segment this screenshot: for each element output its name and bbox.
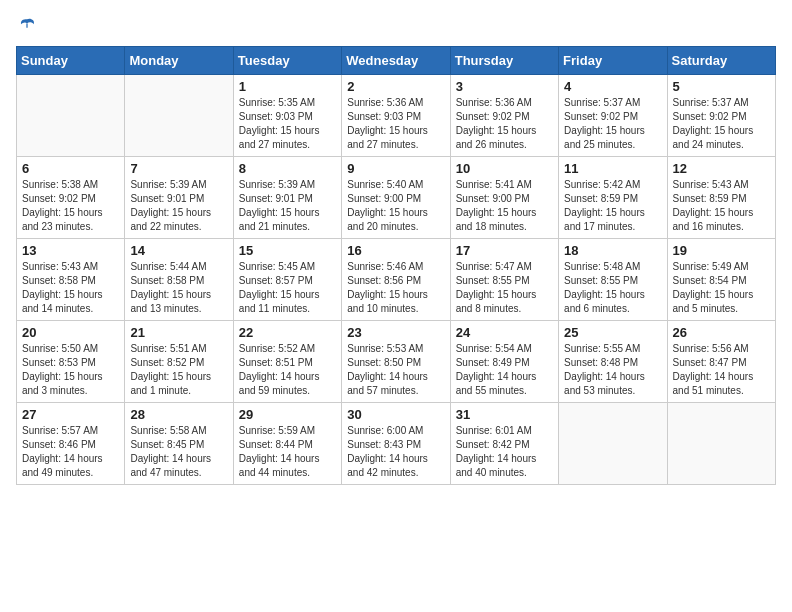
calendar-cell: 9Sunrise: 5:40 AMSunset: 9:00 PMDaylight…	[342, 157, 450, 239]
calendar-cell	[17, 75, 125, 157]
day-number: 7	[130, 161, 227, 176]
day-info: Sunrise: 5:37 AMSunset: 9:02 PMDaylight:…	[564, 96, 661, 152]
day-number: 29	[239, 407, 336, 422]
day-info: Sunrise: 5:37 AMSunset: 9:02 PMDaylight:…	[673, 96, 770, 152]
calendar-cell: 15Sunrise: 5:45 AMSunset: 8:57 PMDayligh…	[233, 239, 341, 321]
calendar-cell: 7Sunrise: 5:39 AMSunset: 9:01 PMDaylight…	[125, 157, 233, 239]
calendar-cell: 13Sunrise: 5:43 AMSunset: 8:58 PMDayligh…	[17, 239, 125, 321]
day-number: 21	[130, 325, 227, 340]
day-number: 4	[564, 79, 661, 94]
day-info: Sunrise: 5:36 AMSunset: 9:03 PMDaylight:…	[347, 96, 444, 152]
calendar-cell: 25Sunrise: 5:55 AMSunset: 8:48 PMDayligh…	[559, 321, 667, 403]
weekday-header-row: SundayMondayTuesdayWednesdayThursdayFrid…	[17, 47, 776, 75]
day-info: Sunrise: 6:00 AMSunset: 8:43 PMDaylight:…	[347, 424, 444, 480]
day-info: Sunrise: 5:38 AMSunset: 9:02 PMDaylight:…	[22, 178, 119, 234]
calendar-cell	[125, 75, 233, 157]
calendar-cell: 27Sunrise: 5:57 AMSunset: 8:46 PMDayligh…	[17, 403, 125, 485]
day-info: Sunrise: 5:54 AMSunset: 8:49 PMDaylight:…	[456, 342, 553, 398]
calendar-cell: 5Sunrise: 5:37 AMSunset: 9:02 PMDaylight…	[667, 75, 775, 157]
calendar-cell: 2Sunrise: 5:36 AMSunset: 9:03 PMDaylight…	[342, 75, 450, 157]
day-info: Sunrise: 5:58 AMSunset: 8:45 PMDaylight:…	[130, 424, 227, 480]
day-number: 28	[130, 407, 227, 422]
day-number: 20	[22, 325, 119, 340]
week-row-4: 20Sunrise: 5:50 AMSunset: 8:53 PMDayligh…	[17, 321, 776, 403]
weekday-header-thursday: Thursday	[450, 47, 558, 75]
calendar-cell: 16Sunrise: 5:46 AMSunset: 8:56 PMDayligh…	[342, 239, 450, 321]
day-number: 8	[239, 161, 336, 176]
day-info: Sunrise: 5:49 AMSunset: 8:54 PMDaylight:…	[673, 260, 770, 316]
week-row-3: 13Sunrise: 5:43 AMSunset: 8:58 PMDayligh…	[17, 239, 776, 321]
calendar-cell: 19Sunrise: 5:49 AMSunset: 8:54 PMDayligh…	[667, 239, 775, 321]
calendar-cell: 26Sunrise: 5:56 AMSunset: 8:47 PMDayligh…	[667, 321, 775, 403]
calendar-cell: 4Sunrise: 5:37 AMSunset: 9:02 PMDaylight…	[559, 75, 667, 157]
day-info: Sunrise: 5:51 AMSunset: 8:52 PMDaylight:…	[130, 342, 227, 398]
day-info: Sunrise: 5:42 AMSunset: 8:59 PMDaylight:…	[564, 178, 661, 234]
weekday-header-saturday: Saturday	[667, 47, 775, 75]
day-info: Sunrise: 5:53 AMSunset: 8:50 PMDaylight:…	[347, 342, 444, 398]
day-number: 31	[456, 407, 553, 422]
day-info: Sunrise: 5:50 AMSunset: 8:53 PMDaylight:…	[22, 342, 119, 398]
day-number: 16	[347, 243, 444, 258]
day-info: Sunrise: 5:43 AMSunset: 8:58 PMDaylight:…	[22, 260, 119, 316]
day-number: 12	[673, 161, 770, 176]
day-info: Sunrise: 5:45 AMSunset: 8:57 PMDaylight:…	[239, 260, 336, 316]
day-number: 30	[347, 407, 444, 422]
calendar-cell	[559, 403, 667, 485]
day-info: Sunrise: 5:35 AMSunset: 9:03 PMDaylight:…	[239, 96, 336, 152]
day-number: 6	[22, 161, 119, 176]
day-number: 5	[673, 79, 770, 94]
weekday-header-wednesday: Wednesday	[342, 47, 450, 75]
calendar-cell: 10Sunrise: 5:41 AMSunset: 9:00 PMDayligh…	[450, 157, 558, 239]
day-number: 24	[456, 325, 553, 340]
day-number: 1	[239, 79, 336, 94]
week-row-1: 1Sunrise: 5:35 AMSunset: 9:03 PMDaylight…	[17, 75, 776, 157]
day-number: 9	[347, 161, 444, 176]
day-info: Sunrise: 5:46 AMSunset: 8:56 PMDaylight:…	[347, 260, 444, 316]
day-number: 17	[456, 243, 553, 258]
calendar-cell: 23Sunrise: 5:53 AMSunset: 8:50 PMDayligh…	[342, 321, 450, 403]
calendar-cell: 18Sunrise: 5:48 AMSunset: 8:55 PMDayligh…	[559, 239, 667, 321]
day-number: 18	[564, 243, 661, 258]
day-info: Sunrise: 5:47 AMSunset: 8:55 PMDaylight:…	[456, 260, 553, 316]
calendar-cell	[667, 403, 775, 485]
logo	[16, 16, 38, 36]
day-info: Sunrise: 5:39 AMSunset: 9:01 PMDaylight:…	[239, 178, 336, 234]
day-info: Sunrise: 5:59 AMSunset: 8:44 PMDaylight:…	[239, 424, 336, 480]
day-info: Sunrise: 6:01 AMSunset: 8:42 PMDaylight:…	[456, 424, 553, 480]
day-info: Sunrise: 5:43 AMSunset: 8:59 PMDaylight:…	[673, 178, 770, 234]
calendar-cell: 21Sunrise: 5:51 AMSunset: 8:52 PMDayligh…	[125, 321, 233, 403]
day-number: 27	[22, 407, 119, 422]
calendar-cell: 29Sunrise: 5:59 AMSunset: 8:44 PMDayligh…	[233, 403, 341, 485]
calendar-cell: 24Sunrise: 5:54 AMSunset: 8:49 PMDayligh…	[450, 321, 558, 403]
calendar-table: SundayMondayTuesdayWednesdayThursdayFrid…	[16, 46, 776, 485]
calendar-cell: 3Sunrise: 5:36 AMSunset: 9:02 PMDaylight…	[450, 75, 558, 157]
day-number: 26	[673, 325, 770, 340]
calendar-cell: 8Sunrise: 5:39 AMSunset: 9:01 PMDaylight…	[233, 157, 341, 239]
day-number: 22	[239, 325, 336, 340]
weekday-header-friday: Friday	[559, 47, 667, 75]
day-info: Sunrise: 5:56 AMSunset: 8:47 PMDaylight:…	[673, 342, 770, 398]
day-number: 3	[456, 79, 553, 94]
weekday-header-sunday: Sunday	[17, 47, 125, 75]
calendar-cell: 1Sunrise: 5:35 AMSunset: 9:03 PMDaylight…	[233, 75, 341, 157]
calendar-cell: 6Sunrise: 5:38 AMSunset: 9:02 PMDaylight…	[17, 157, 125, 239]
day-number: 10	[456, 161, 553, 176]
day-info: Sunrise: 5:48 AMSunset: 8:55 PMDaylight:…	[564, 260, 661, 316]
calendar-cell: 17Sunrise: 5:47 AMSunset: 8:55 PMDayligh…	[450, 239, 558, 321]
calendar-cell: 31Sunrise: 6:01 AMSunset: 8:42 PMDayligh…	[450, 403, 558, 485]
page-header	[16, 16, 776, 36]
day-info: Sunrise: 5:39 AMSunset: 9:01 PMDaylight:…	[130, 178, 227, 234]
calendar-cell: 30Sunrise: 6:00 AMSunset: 8:43 PMDayligh…	[342, 403, 450, 485]
calendar-cell: 28Sunrise: 5:58 AMSunset: 8:45 PMDayligh…	[125, 403, 233, 485]
logo-bird-icon	[17, 16, 37, 36]
week-row-5: 27Sunrise: 5:57 AMSunset: 8:46 PMDayligh…	[17, 403, 776, 485]
day-number: 15	[239, 243, 336, 258]
day-number: 23	[347, 325, 444, 340]
day-number: 19	[673, 243, 770, 258]
week-row-2: 6Sunrise: 5:38 AMSunset: 9:02 PMDaylight…	[17, 157, 776, 239]
calendar-cell: 12Sunrise: 5:43 AMSunset: 8:59 PMDayligh…	[667, 157, 775, 239]
day-info: Sunrise: 5:44 AMSunset: 8:58 PMDaylight:…	[130, 260, 227, 316]
day-info: Sunrise: 5:40 AMSunset: 9:00 PMDaylight:…	[347, 178, 444, 234]
day-info: Sunrise: 5:57 AMSunset: 8:46 PMDaylight:…	[22, 424, 119, 480]
day-info: Sunrise: 5:55 AMSunset: 8:48 PMDaylight:…	[564, 342, 661, 398]
